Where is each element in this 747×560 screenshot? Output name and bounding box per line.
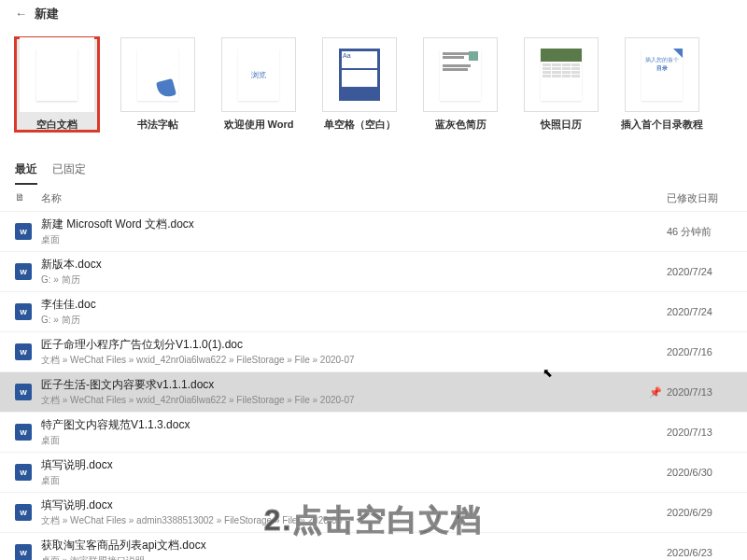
word-doc-icon <box>15 504 41 521</box>
file-date: 2020/7/24 <box>667 266 732 277</box>
file-name: 新版本.docx <box>41 257 644 273</box>
page-title: 新建 <box>0 0 747 28</box>
template-label: 蓝灰色简历 <box>435 118 486 132</box>
file-path: 桌面 <box>41 434 644 447</box>
file-name-cell: 获取淘宝客商品列表api文档.docx桌面 » 淘宝联盟接口说明 <box>41 538 644 560</box>
file-name-cell: 匠子命理小程序广告位划分V1.1.0(1).doc文档 » WeChat Fil… <box>41 337 644 367</box>
file-name: 获取淘宝客商品列表api文档.docx <box>41 538 644 553</box>
file-path: 文档 » WeChat Files » wxid_42nr0ia6lwa622 … <box>41 354 644 367</box>
pin-icon <box>649 385 662 399</box>
file-name-cell: 新建 Microsoft Word 文档.docx桌面 <box>41 217 644 246</box>
word-doc-icon <box>15 464 41 481</box>
file-name-cell: 匠子生活-图文内容要求v1.1.1.docx文档 » WeChat Files … <box>41 377 644 407</box>
template-toc[interactable]: 插入您的首个目录插入首个目录教程 <box>620 37 704 132</box>
file-path: 桌面 <box>41 233 644 246</box>
template-thumbnail: 插入您的首个目录 <box>625 37 699 112</box>
file-path: 桌面 » 淘宝联盟接口说明 <box>41 554 644 560</box>
word-doc-icon <box>15 384 41 400</box>
file-path: 文档 » WeChat Files » wxid_42nr0ia6lwa622 … <box>41 394 644 407</box>
file-date: 2020/6/30 <box>667 467 732 478</box>
file-row[interactable]: 特产图文内容规范V1.1.3.docx桌面2020/7/13 <box>0 413 747 453</box>
modified-column-header[interactable]: 已修改日期 <box>667 191 732 205</box>
template-label: 书法字帖 <box>137 118 178 132</box>
file-name: 填写说明.docx <box>41 497 644 513</box>
file-name-cell: 李佳佳.docG: » 简历 <box>41 297 644 327</box>
template-label: 空白文档 <box>36 118 78 132</box>
template-label: 单空格（空白） <box>324 118 396 132</box>
file-date: 2020/7/16 <box>667 346 732 357</box>
tab-recent[interactable]: 最近 <box>15 156 37 185</box>
file-row[interactable]: 匠子生活-图文内容要求v1.1.1.docx文档 » WeChat Files … <box>0 372 747 413</box>
file-date: 2020/7/13 <box>667 386 732 398</box>
file-row[interactable]: 匠子命理小程序广告位划分V1.1.0(1).doc文档 » WeChat Fil… <box>0 332 747 372</box>
file-date: 2020/7/24 <box>667 306 732 317</box>
list-header: 🗎 名称 已修改日期 <box>0 186 747 212</box>
template-welcome[interactable]: 浏览欢迎使用 Word <box>217 37 301 132</box>
file-date: 2020/7/13 <box>667 427 732 438</box>
tab-pinned[interactable]: 已固定 <box>52 156 86 185</box>
name-column-header[interactable]: 名称 <box>41 191 667 205</box>
file-date: 2020/6/29 <box>667 507 732 518</box>
template-resume[interactable]: 蓝灰色简历 <box>418 37 502 132</box>
file-path: 文档 » WeChat Files » admin3388513002 » Fi… <box>41 514 644 527</box>
template-label: 欢迎使用 Word <box>224 118 294 132</box>
word-doc-icon <box>15 223 41 240</box>
file-path: G: » 简历 <box>41 273 644 287</box>
template-spacing[interactable]: Aa单空格（空白） <box>317 37 402 132</box>
word-doc-icon <box>15 544 41 560</box>
file-name: 特产图文内容规范V1.1.3.docx <box>41 417 644 433</box>
template-thumbnail <box>423 37 498 112</box>
template-thumbnail <box>524 37 599 112</box>
template-thumbnail: Aa <box>322 37 397 112</box>
file-row[interactable]: 李佳佳.docG: » 简历2020/7/24 <box>0 292 747 332</box>
file-row[interactable]: 填写说明.docx文档 » WeChat Files » admin338851… <box>0 493 747 533</box>
file-date: 46 分钟前 <box>667 225 732 239</box>
file-row[interactable]: 填写说明.docx桌面2020/6/30 <box>0 453 747 493</box>
template-thumbnail: 浏览 <box>221 37 296 112</box>
word-doc-icon <box>15 303 41 320</box>
file-name: 匠子生活-图文内容要求v1.1.1.docx <box>41 377 644 393</box>
recent-file-list: 新建 Microsoft Word 文档.docx桌面46 分钟前新版本.doc… <box>0 212 747 560</box>
file-path: G: » 简历 <box>41 314 644 327</box>
template-calli[interactable]: 书法字帖 <box>116 37 200 132</box>
file-row[interactable]: 新建 Microsoft Word 文档.docx桌面46 分钟前 <box>0 212 747 252</box>
file-tabs: 最近 已固定 <box>0 156 747 186</box>
template-label: 插入首个目录教程 <box>621 118 703 132</box>
file-row[interactable]: 获取淘宝客商品列表api文档.docx桌面 » 淘宝联盟接口说明2020/6/2… <box>0 533 747 560</box>
file-name: 新建 Microsoft Word 文档.docx <box>41 217 644 232</box>
file-name-cell: 特产图文内容规范V1.1.3.docx桌面 <box>41 417 644 447</box>
template-gallery: 空白文档书法字帖浏览欢迎使用 WordAa单空格（空白）蓝灰色简历快照日历插入您… <box>0 28 747 150</box>
template-calendar[interactable]: 快照日历 <box>519 37 603 132</box>
pin-button[interactable] <box>644 385 667 399</box>
file-name: 填写说明.docx <box>41 457 644 473</box>
template-blank[interactable]: 空白文档 <box>15 37 99 132</box>
template-label: 快照日历 <box>541 118 582 132</box>
word-doc-icon <box>15 263 41 280</box>
file-icon-header: 🗎 <box>15 191 41 205</box>
file-row[interactable]: 新版本.docxG: » 简历2020/7/24 <box>0 252 747 292</box>
file-name-cell: 填写说明.docx文档 » WeChat Files » admin338851… <box>41 497 644 527</box>
file-date: 2020/6/23 <box>667 547 732 558</box>
template-thumbnail <box>20 37 94 112</box>
file-name: 李佳佳.doc <box>41 297 644 313</box>
word-doc-icon <box>15 343 41 360</box>
file-path: 桌面 <box>41 474 644 487</box>
file-name-cell: 填写说明.docx桌面 <box>41 457 644 487</box>
file-name-cell: 新版本.docxG: » 简历 <box>41 257 644 287</box>
file-name: 匠子命理小程序广告位划分V1.1.0(1).doc <box>41 337 644 353</box>
template-thumbnail <box>120 37 195 112</box>
word-doc-icon <box>15 424 41 441</box>
